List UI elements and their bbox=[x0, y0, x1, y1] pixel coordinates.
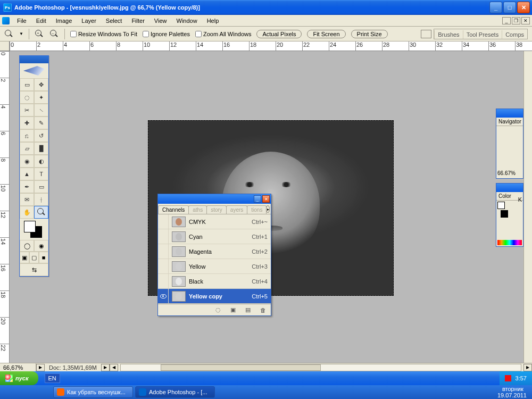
menu-view[interactable]: View bbox=[150, 16, 171, 26]
load-selection-icon[interactable]: ◌ bbox=[214, 306, 222, 314]
notes-tool[interactable]: ✉ bbox=[20, 193, 34, 206]
actual-pixels-button[interactable]: Actual Pixels bbox=[256, 30, 302, 38]
tab-layers[interactable]: ayers bbox=[226, 205, 247, 214]
window-minimize-button[interactable]: _ bbox=[489, 2, 502, 13]
start-button[interactable]: пуск bbox=[0, 371, 38, 385]
status-info-arrow[interactable]: ▶ bbox=[101, 364, 110, 371]
fit-screen-button[interactable]: Fit Screen bbox=[307, 30, 345, 38]
delete-channel-icon[interactable]: 🗑 bbox=[259, 306, 267, 314]
hscroll-thumb[interactable] bbox=[161, 364, 321, 371]
horizontal-scrollbar[interactable] bbox=[120, 364, 521, 371]
toolbox-titlebar[interactable] bbox=[20, 56, 48, 63]
dock-tab-comps[interactable]: Comps bbox=[502, 30, 527, 39]
menu-window[interactable]: Window bbox=[172, 16, 202, 26]
panel-menu-button[interactable]: ▸ bbox=[266, 205, 270, 213]
tray-antivirus-icon[interactable] bbox=[505, 375, 511, 381]
ruler-vertical[interactable]: 02468101214161820222426 bbox=[0, 51, 10, 363]
move-tool[interactable]: ✥ bbox=[34, 78, 48, 91]
ruler-origin[interactable] bbox=[0, 41, 10, 51]
screenmode-standard-button[interactable]: ▣ bbox=[20, 252, 29, 263]
type-tool[interactable]: T bbox=[34, 168, 48, 180]
ruler-horizontal[interactable]: 02468101214161820222426283032343638 bbox=[10, 41, 532, 51]
menu-file[interactable]: File bbox=[13, 16, 31, 26]
quickmask-mode-button[interactable]: ◉ bbox=[34, 240, 48, 252]
navigator-tab[interactable]: Navigator bbox=[496, 118, 523, 126]
print-size-button[interactable]: Print Size bbox=[351, 30, 388, 38]
vertical-scrollbar[interactable] bbox=[523, 51, 532, 363]
channel-row[interactable]: CyanCtrl+1 bbox=[158, 229, 271, 244]
lasso-tool[interactable]: ◌ bbox=[20, 91, 34, 104]
color-fg-swatch[interactable] bbox=[497, 202, 505, 209]
taskbar-item-photoshop[interactable]: Adobe Photoshop - [... bbox=[135, 386, 215, 398]
status-doc-size[interactable]: Doc: 1,35M/1,69M bbox=[45, 364, 101, 371]
navigator-titlebar[interactable] bbox=[496, 109, 523, 118]
menu-edit[interactable]: Edit bbox=[32, 16, 51, 26]
pen-tool[interactable]: ✒ bbox=[20, 180, 34, 193]
zoom-tool[interactable] bbox=[34, 206, 48, 219]
channels-panel[interactable]: _ ✕ Channels aths story ayers tions ▸ CM… bbox=[157, 194, 271, 316]
zoom-out-icon[interactable]: – bbox=[49, 29, 59, 39]
channel-row[interactable]: BlackCtrl+4 bbox=[158, 274, 271, 289]
history-brush-tool[interactable]: ↺ bbox=[34, 129, 48, 142]
tray-clock[interactable]: 3:57 bbox=[516, 375, 527, 381]
eyedropper-tool[interactable]: ⟊ bbox=[34, 193, 48, 206]
dodge-tool[interactable]: ◐ bbox=[34, 155, 48, 168]
tab-paths[interactable]: aths bbox=[188, 205, 207, 214]
channel-row[interactable]: MagentaCtrl+2 bbox=[158, 244, 271, 259]
ignore-palettes-checkbox[interactable]: Ignore Palettes bbox=[143, 31, 190, 37]
standard-mode-button[interactable]: ◯ bbox=[20, 240, 34, 252]
menu-image[interactable]: Image bbox=[52, 16, 77, 26]
blur-tool[interactable]: ◉ bbox=[20, 155, 34, 168]
dropdown-arrow-icon[interactable]: ▼ bbox=[19, 31, 23, 36]
gradient-tool[interactable]: ▉ bbox=[34, 142, 48, 155]
color-bg-swatch[interactable] bbox=[501, 210, 508, 218]
magic-wand-tool[interactable]: ✦ bbox=[34, 91, 48, 104]
channel-visibility-toggle[interactable] bbox=[158, 244, 169, 259]
menu-layer[interactable]: Layer bbox=[77, 16, 101, 26]
window-maximize-button[interactable]: □ bbox=[503, 2, 516, 13]
color-picker[interactable] bbox=[20, 219, 48, 240]
resize-windows-checkbox[interactable]: Resize Windows To Fit bbox=[70, 31, 137, 37]
screenmode-full-menubar-button[interactable]: ▢ bbox=[29, 252, 39, 263]
language-indicator[interactable]: EN bbox=[45, 373, 60, 383]
dock-tab-brushes[interactable]: Brushes bbox=[434, 30, 462, 39]
color-titlebar[interactable] bbox=[496, 184, 523, 192]
panel-titlebar[interactable]: _ ✕ bbox=[158, 194, 271, 204]
zoom-in-icon[interactable]: + bbox=[35, 29, 44, 39]
jump-to-imageready-button[interactable]: ⇆ bbox=[20, 263, 48, 276]
taskbar-item-firefox[interactable]: Как убрать веснушк... bbox=[53, 386, 133, 398]
tab-actions[interactable]: tions bbox=[247, 205, 267, 214]
channel-row[interactable]: CMYKCtrl+~ bbox=[158, 214, 271, 229]
brush-tool[interactable]: ✎ bbox=[34, 117, 48, 129]
save-selection-icon[interactable]: ▣ bbox=[229, 306, 237, 314]
menu-select[interactable]: Select bbox=[102, 16, 127, 26]
color-ramp[interactable] bbox=[497, 240, 522, 245]
canvas-area[interactable]: ▭ ✥ ◌ ✦ ✂ ⟍ ✚ ✎ ⎌ ↺ ▱ ▉ ◉ ◐ ▲ T ✒ ▭ ✉ ⟊ bbox=[10, 51, 523, 363]
window-close-button[interactable]: ✕ bbox=[517, 2, 530, 13]
slice-tool[interactable]: ⟍ bbox=[34, 104, 48, 117]
navigator-panel[interactable]: Navigator 66.67% bbox=[496, 109, 523, 179]
healing-brush-tool[interactable]: ✚ bbox=[20, 117, 34, 129]
channel-visibility-toggle[interactable] bbox=[158, 274, 169, 288]
status-menu-arrow[interactable]: ▶ bbox=[36, 364, 45, 371]
hscroll-left-button[interactable]: ◀ bbox=[110, 364, 118, 371]
clone-stamp-tool[interactable]: ⎌ bbox=[20, 129, 34, 142]
new-channel-icon[interactable]: ▤ bbox=[244, 306, 252, 314]
mdi-minimize-button[interactable]: _ bbox=[502, 17, 511, 24]
tab-channels[interactable]: Channels bbox=[158, 205, 189, 214]
channel-visibility-toggle[interactable] bbox=[158, 229, 169, 244]
crop-tool[interactable]: ✂ bbox=[20, 104, 34, 117]
hscroll-right-button[interactable]: ▶ bbox=[523, 364, 532, 371]
channel-visibility-toggle[interactable] bbox=[158, 214, 169, 229]
foreground-color-swatch[interactable] bbox=[24, 221, 36, 232]
palette-well-toggle-icon[interactable] bbox=[421, 30, 431, 38]
panel-minimize-button[interactable]: _ bbox=[254, 195, 261, 203]
shape-tool[interactable]: ▭ bbox=[34, 180, 48, 193]
channel-row[interactable]: YellowCtrl+3 bbox=[158, 259, 271, 274]
color-panel[interactable]: Color K bbox=[496, 183, 523, 247]
path-selection-tool[interactable]: ▲ bbox=[20, 168, 34, 180]
menu-help[interactable]: Help bbox=[203, 16, 223, 26]
status-zoom-readout[interactable]: 66,67% bbox=[0, 363, 36, 371]
menu-filter[interactable]: Filter bbox=[127, 16, 148, 26]
channel-visibility-toggle[interactable] bbox=[158, 289, 169, 303]
